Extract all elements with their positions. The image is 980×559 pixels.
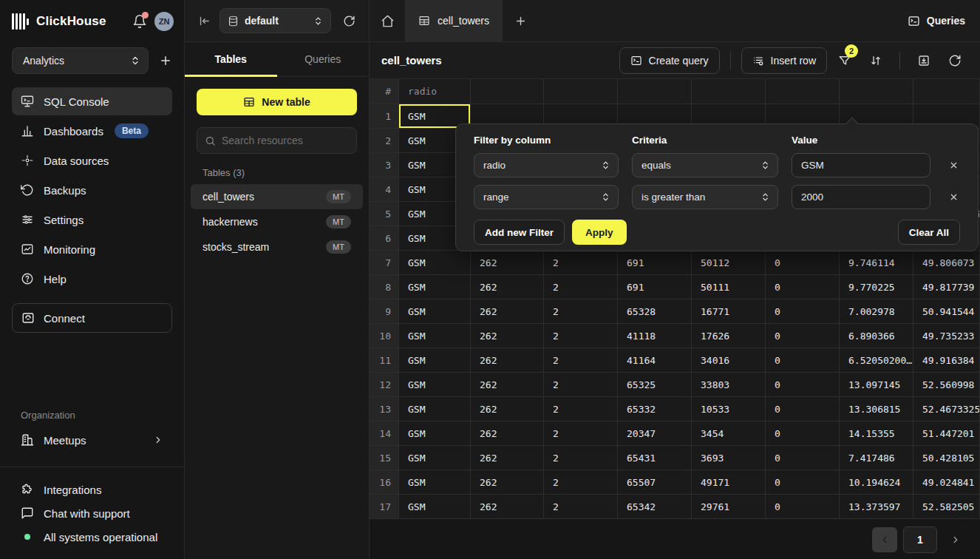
table-cell[interactable]: 65328 [618, 299, 692, 324]
column-header[interactable] [471, 79, 544, 104]
filter-value-input[interactable] [792, 153, 930, 177]
table-cell[interactable]: GSM [399, 275, 471, 299]
table-cell[interactable]: 262 [471, 348, 544, 373]
collapse-sidebar-icon[interactable] [198, 15, 211, 27]
table-cell[interactable]: 0 [766, 324, 840, 348]
table-cell[interactable]: 262 [471, 324, 544, 348]
table-cell[interactable]: 14.15355 [840, 421, 913, 446]
table-cell[interactable]: 2 [544, 495, 618, 519]
table-cell[interactable]: 2 [544, 421, 618, 446]
table-cell[interactable]: GSM [399, 324, 471, 348]
page-number[interactable]: 1 [903, 526, 937, 553]
queries-button[interactable]: Queries [908, 15, 965, 27]
table-cell[interactable]: 10533 [692, 397, 766, 421]
table-cell[interactable]: 13.097145 [840, 373, 913, 397]
table-cell[interactable]: 41118 [618, 324, 692, 348]
table-cell[interactable]: 262 [471, 421, 544, 446]
table-cell[interactable]: 0 [766, 348, 840, 373]
table-cell[interactable]: 0 [766, 470, 840, 495]
column-header[interactable] [840, 79, 913, 104]
column-header[interactable] [544, 79, 618, 104]
database-select[interactable]: default [220, 8, 331, 33]
table-cell[interactable]: 2 [544, 251, 618, 275]
table-cell[interactable]: 2 [544, 373, 618, 397]
table-cell[interactable]: 16771 [692, 299, 766, 324]
sort-button[interactable] [862, 47, 889, 74]
filter-column-select[interactable]: range [474, 185, 619, 209]
table-cell[interactable]: 49.916384 [913, 348, 980, 373]
sidebar-item-meetups[interactable]: Meetups [12, 427, 172, 453]
table-cell[interactable]: 691 [618, 251, 692, 275]
sidebar-item-sql-console[interactable]: SQL Console [12, 87, 172, 115]
table-cell[interactable]: 0 [766, 397, 840, 421]
filter-criteria-select[interactable]: equals [632, 153, 778, 177]
new-tab-button[interactable] [503, 0, 538, 41]
column-header[interactable]: radio [399, 79, 471, 104]
filter-value-input[interactable] [792, 185, 930, 209]
table-cell[interactable]: 262 [471, 495, 544, 519]
previous-page-button[interactable] [872, 527, 897, 552]
tab-cell-towers[interactable]: cell_towers [405, 0, 503, 41]
table-cell[interactable]: 2 [544, 324, 618, 348]
remove-filter-button[interactable] [944, 188, 963, 207]
clear-all-filters-button[interactable]: Clear All [898, 220, 960, 245]
table-cell[interactable]: 49171 [692, 470, 766, 495]
sidebar-item-help[interactable]: Help [12, 265, 172, 293]
table-cell[interactable]: GSM [399, 373, 471, 397]
table-cell[interactable]: 0 [766, 373, 840, 397]
table-cell[interactable]: 2 [544, 397, 618, 421]
table-cell[interactable]: 9.770225 [840, 275, 913, 299]
table-cell[interactable]: 0 [766, 275, 840, 299]
table-cell[interactable]: 51.447201 [913, 421, 980, 446]
chat-support-link[interactable]: Chat with support [12, 501, 172, 525]
table-item-stocks-stream[interactable]: stocks_stream MT [191, 234, 363, 260]
table-cell[interactable]: 2 [544, 470, 618, 495]
workspace-select[interactable]: Analytics [12, 47, 149, 74]
download-button[interactable] [911, 47, 937, 74]
table-cell[interactable]: 691 [618, 275, 692, 299]
table-cell[interactable]: 262 [471, 397, 544, 421]
table-item-hackernews[interactable]: hackernews MT [191, 209, 363, 234]
system-status[interactable]: All systems operational [12, 525, 172, 549]
table-cell[interactable]: 29761 [692, 495, 766, 519]
table-cell[interactable]: 6.890366 [840, 324, 913, 348]
connect-button[interactable]: Connect [12, 303, 172, 333]
table-cell[interactable]: 13.373597 [840, 495, 913, 519]
table-cell[interactable]: 50.428105 [913, 446, 980, 470]
table-cell[interactable]: 262 [471, 446, 544, 470]
new-table-button[interactable]: New table [197, 89, 357, 115]
column-header[interactable] [618, 79, 692, 104]
table-cell[interactable]: GSM [399, 421, 471, 446]
sidebar-item-data-sources[interactable]: Data sources [12, 146, 172, 175]
table-cell[interactable]: 52.560998 [913, 373, 980, 397]
table-cell[interactable]: GSM [399, 470, 471, 495]
table-cell[interactable]: 34016 [692, 348, 766, 373]
insert-row-button[interactable]: Insert row [741, 47, 827, 74]
add-filter-button[interactable]: Add new Filter [474, 220, 565, 245]
table-cell[interactable]: 49.024841 [913, 470, 980, 495]
table-cell[interactable]: 262 [471, 251, 544, 275]
table-cell[interactable]: 262 [471, 373, 544, 397]
column-header[interactable] [913, 79, 980, 104]
table-cell[interactable]: 33803 [692, 373, 766, 397]
tab-tables[interactable]: Tables [185, 42, 277, 76]
tab-queries[interactable]: Queries [277, 42, 370, 76]
table-cell[interactable]: 50112 [692, 251, 766, 275]
notifications-bell-icon[interactable] [132, 14, 147, 29]
table-cell[interactable]: 262 [471, 275, 544, 299]
table-cell[interactable]: 49.735233 [913, 324, 980, 348]
table-cell[interactable]: 65342 [618, 495, 692, 519]
table-cell[interactable]: 0 [766, 446, 840, 470]
table-cell[interactable]: 2 [544, 348, 618, 373]
table-cell[interactable]: 41164 [618, 348, 692, 373]
column-header[interactable] [766, 79, 840, 104]
table-cell[interactable]: 52.4673325 [913, 397, 980, 421]
table-cell[interactable]: 6.52050200… [840, 348, 913, 373]
table-cell[interactable]: GSM [399, 299, 471, 324]
create-query-button[interactable]: Create query [619, 47, 720, 74]
home-icon[interactable] [370, 0, 405, 41]
table-cell[interactable]: 49.817739 [913, 275, 980, 299]
table-cell[interactable]: 10.194624 [840, 470, 913, 495]
table-cell[interactable]: 262 [471, 299, 544, 324]
table-cell[interactable]: 17626 [692, 324, 766, 348]
